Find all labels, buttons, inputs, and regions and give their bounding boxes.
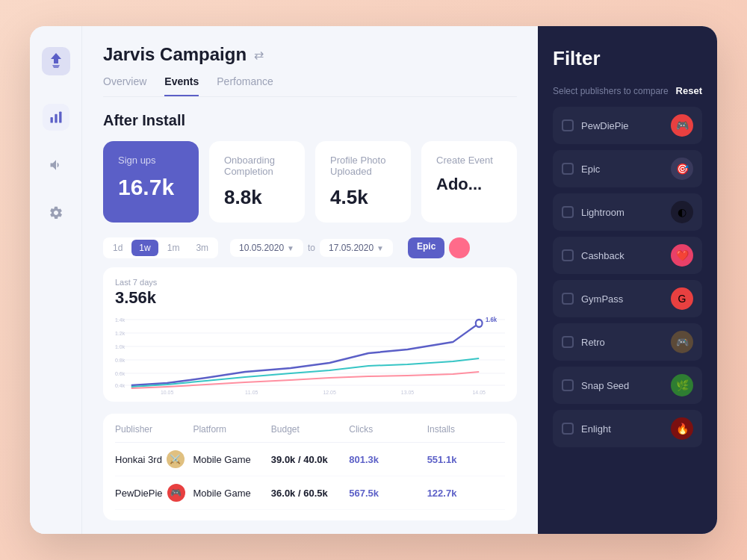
stat-label-photo: Profile Photo Uploaded bbox=[330, 155, 396, 177]
filter-checkbox-enlight[interactable] bbox=[562, 423, 574, 435]
svg-text:14.05: 14.05 bbox=[473, 389, 486, 394]
filter-item-enlight[interactable]: Enlight 🔥 bbox=[553, 410, 702, 447]
time-btn-1m[interactable]: 1m bbox=[160, 240, 187, 256]
filter-tag-epic[interactable]: Epic bbox=[408, 237, 444, 258]
col-clicks: Clicks bbox=[349, 424, 427, 435]
stat-value-onboarding: 8.8k bbox=[224, 186, 290, 209]
stat-label-signups: Sign ups bbox=[118, 155, 184, 166]
publisher-avatar-0: ⚔️ bbox=[167, 450, 185, 468]
filter-name-snapseed: Snap Seed bbox=[581, 380, 629, 391]
date-to[interactable]: 17.05.2020 ▼ bbox=[320, 239, 393, 257]
stat-value-create: Ado... bbox=[436, 175, 502, 194]
filter-icon-gympass: G bbox=[671, 287, 693, 310]
filter-name-lightroom: Lightroom bbox=[581, 207, 624, 218]
cell-clicks-1: 567.5k bbox=[349, 488, 427, 499]
sidebar-item-speaker[interactable] bbox=[43, 152, 69, 178]
svg-text:10.05: 10.05 bbox=[161, 389, 173, 394]
col-budget: Budget bbox=[271, 424, 349, 435]
stat-cards: Sign ups 16.7k Onboarding Completion 8.8… bbox=[103, 141, 517, 223]
table-row: Honkai 3rd ⚔️ Mobile Game 39.0k / 40.0k … bbox=[115, 443, 505, 476]
chart-meta: Last 7 days bbox=[115, 278, 505, 287]
stat-card-signups: Sign ups 16.7k bbox=[103, 141, 199, 223]
filter-tag-active2[interactable] bbox=[449, 237, 470, 258]
cell-budget-1: 36.0k / 60.5k bbox=[271, 488, 349, 499]
sidebar-item-settings[interactable] bbox=[43, 199, 69, 226]
filter-icon-snapseed: 🌿 bbox=[671, 374, 693, 396]
svg-text:0.8k: 0.8k bbox=[115, 357, 125, 364]
date-separator: to bbox=[308, 243, 315, 253]
app-logo bbox=[42, 47, 70, 75]
filter-name-retro: Retro bbox=[581, 337, 605, 348]
chart-svg-container: 1.4k 1.2k 1.0k 0.8k 0.6k 0.4k 10.05 11.0… bbox=[115, 312, 505, 394]
tab-events[interactable]: Events bbox=[164, 75, 199, 96]
filter-name-epic: Epic bbox=[581, 164, 600, 175]
header: Jarvis Campaign ⇄ Overview Events Perfom… bbox=[82, 26, 538, 97]
cell-budget-0: 39.0k / 40.0k bbox=[271, 454, 349, 465]
svg-text:0.6k: 0.6k bbox=[115, 370, 125, 378]
filter-subtitle-row: Select publishers to compare Reset bbox=[553, 85, 702, 96]
active-filter-tags: Epic bbox=[408, 237, 470, 258]
svg-rect-2 bbox=[55, 114, 57, 123]
filter-checkbox-epic[interactable] bbox=[562, 163, 574, 175]
filter-icon-retro: 🎮 bbox=[671, 331, 693, 353]
filter-panel: Filter Select publishers to compare Rese… bbox=[538, 26, 717, 534]
tab-overview[interactable]: Overview bbox=[103, 75, 146, 96]
filter-name-pewdiepie: PewDiePie bbox=[581, 120, 629, 131]
stat-value-signups: 16.7k bbox=[118, 175, 184, 200]
stat-label-create: Create Event bbox=[436, 155, 502, 166]
time-controls: 1d 1w 1m 3m 10.05.2020 ▼ to 17.05.2020 ▼ bbox=[103, 237, 517, 258]
svg-text:11.05: 11.05 bbox=[245, 389, 258, 394]
swap-icon[interactable]: ⇄ bbox=[254, 48, 264, 62]
svg-text:13.05: 13.05 bbox=[401, 389, 414, 394]
tab-performance[interactable]: Perfomance bbox=[217, 75, 273, 96]
cell-installs-1: 122.7k bbox=[427, 488, 505, 499]
svg-text:1.4k: 1.4k bbox=[115, 317, 125, 324]
filter-item-lightroom[interactable]: Lightroom ◐ bbox=[553, 193, 702, 231]
filter-item-retro[interactable]: Retro 🎮 bbox=[553, 323, 702, 361]
filter-name-enlight: Enlight bbox=[581, 423, 611, 435]
sidebar bbox=[30, 26, 82, 534]
filter-icon-enlight: 🔥 bbox=[671, 417, 693, 440]
body-area: After Install Sign ups 16.7k Onboarding … bbox=[82, 97, 538, 534]
publisher-avatar-1: 🎮 bbox=[167, 484, 185, 502]
svg-text:1.0k: 1.0k bbox=[115, 343, 125, 351]
stat-card-onboarding: Onboarding Completion 8.8k bbox=[209, 141, 305, 223]
filter-item-epic[interactable]: Epic 🎯 bbox=[553, 150, 702, 187]
filter-icon-cashback: ❤️ bbox=[671, 244, 693, 267]
svg-rect-1 bbox=[50, 117, 52, 123]
filter-reset-button[interactable]: Reset bbox=[676, 85, 702, 96]
filter-checkbox-gympass[interactable] bbox=[562, 293, 574, 305]
page-title: Jarvis Campaign bbox=[103, 44, 247, 65]
filter-checkbox-cashback[interactable] bbox=[562, 249, 574, 261]
filter-checkbox-pewdiepie[interactable] bbox=[562, 119, 574, 131]
sidebar-item-chart[interactable] bbox=[43, 104, 69, 131]
cell-publisher-1: PewDiePie 🎮 bbox=[115, 484, 193, 502]
col-installs: Installs bbox=[427, 424, 505, 435]
table-header: Publisher Platform Budget Clicks Install… bbox=[115, 424, 505, 443]
filter-item-cashback[interactable]: Cashback ❤️ bbox=[553, 237, 702, 274]
time-btn-1d[interactable]: 1d bbox=[105, 240, 130, 256]
svg-text:0.4k: 0.4k bbox=[115, 382, 125, 390]
filter-checkbox-snapseed[interactable] bbox=[562, 379, 574, 391]
stat-card-photo: Profile Photo Uploaded 4.5k bbox=[315, 141, 411, 223]
filter-name-gympass: GymPass bbox=[581, 293, 623, 305]
tab-bar: Overview Events Perfomance bbox=[103, 75, 517, 97]
filter-item-snapseed[interactable]: Snap Seed 🌿 bbox=[553, 367, 702, 404]
filter-checkbox-lightroom[interactable] bbox=[562, 206, 574, 218]
svg-text:1.2k: 1.2k bbox=[115, 330, 125, 337]
time-btn-1w[interactable]: 1w bbox=[131, 240, 158, 256]
filter-icon-lightroom: ◐ bbox=[671, 201, 693, 223]
filter-item-pewdiepie[interactable]: PewDiePie 🎮 bbox=[553, 107, 702, 144]
stat-value-photo: 4.5k bbox=[330, 186, 396, 209]
filter-item-gympass[interactable]: GymPass G bbox=[553, 280, 702, 317]
time-btn-3m[interactable]: 3m bbox=[188, 240, 216, 256]
section-title: After Install bbox=[103, 112, 517, 129]
cell-platform-0: Mobile Game bbox=[193, 454, 270, 465]
date-from[interactable]: 10.05.2020 ▼ bbox=[230, 239, 303, 257]
date-range: 10.05.2020 ▼ to 17.05.2020 ▼ bbox=[230, 239, 393, 257]
cell-installs-0: 551.1k bbox=[427, 454, 505, 465]
svg-text:1.6k: 1.6k bbox=[486, 315, 498, 323]
filter-checkbox-retro[interactable] bbox=[562, 336, 574, 348]
chart-value: 3.56k bbox=[115, 288, 505, 308]
table-row: PewDiePie 🎮 Mobile Game 36.0k / 60.5k 56… bbox=[115, 476, 505, 510]
